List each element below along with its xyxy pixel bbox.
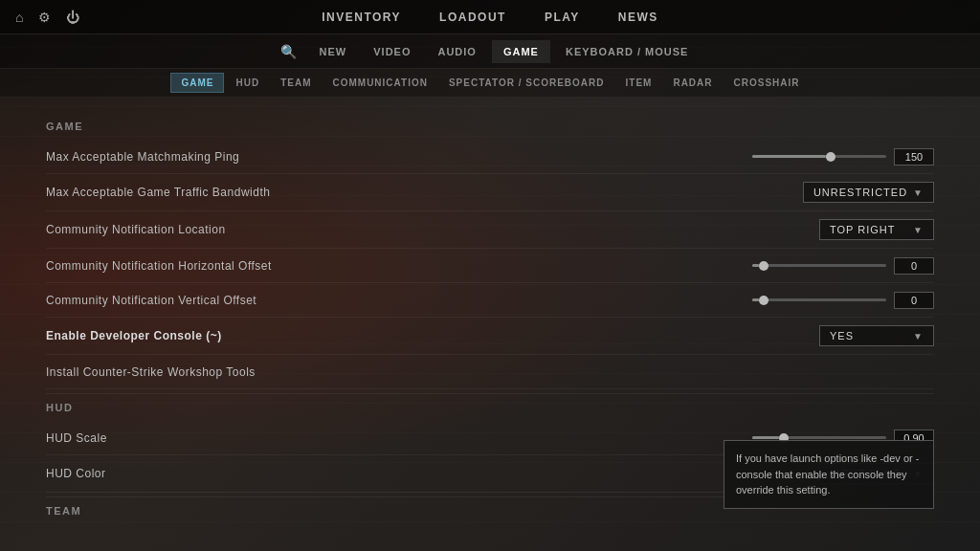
tooltip-text: If you have launch options like -dev or … [736,452,919,496]
dropdown-notification-location-arrow: ▼ [913,225,924,235]
row-developer-console: Enable Developer Console (~) YES ▼ [46,318,934,355]
label-matchmaking-ping: Max Acceptable Matchmaking Ping [46,150,239,164]
dropdown-bandwidth[interactable]: UNRESTRICTED ▼ [803,182,934,203]
control-notification-location: TOP RIGHT ▼ [819,219,934,240]
section-divider-1 [46,393,934,394]
slider-track-ping[interactable] [752,155,886,158]
label-notification-v-offset: Community Notification Vertical Offset [46,294,256,307]
section-game-header: Game [46,121,934,132]
row-bandwidth: Max Acceptable Game Traffic Bandwidth UN… [46,174,934,211]
dropdown-developer-console-arrow: ▼ [913,331,924,342]
label-hud-scale: HUD Scale [46,431,107,445]
dropdown-notification-location[interactable]: TOP RIGHT ▼ [819,219,934,240]
label-developer-console: Enable Developer Console (~) [46,329,222,342]
row-notification-location: Community Notification Location TOP RIGH… [46,211,934,249]
top-nav-left-icons: ⌂ ⚙ ⏻ [15,10,79,25]
row-notification-v-offset: Community Notification Vertical Offset 0 [46,283,934,318]
label-notification-location: Community Notification Location [46,223,226,236]
row-workshop-tools: Install Counter-Strike Workshop Tools [46,355,934,389]
label-workshop-tools: Install Counter-Strike Workshop Tools [46,365,256,379]
subtab-hud[interactable]: HUD [226,74,269,92]
nav-news[interactable]: NEWS [618,7,658,28]
label-bandwidth: Max Acceptable Game Traffic Bandwidth [46,186,270,199]
label-hud-color: HUD Color [46,467,106,480]
control-notification-h-offset: 0 [752,257,934,275]
nav-loadout[interactable]: LOADOUT [439,7,506,28]
subtab-radar[interactable]: RADAR [663,74,722,92]
dropdown-bandwidth-arrow: ▼ [913,187,924,198]
control-bandwidth: UNRESTRICTED ▼ [803,182,934,203]
slider-fill-v-offset [752,298,759,301]
settings-nav: 🔍 NEW VIDEO AUDIO GAME KEYBOARD / MOUSE [0,34,980,69]
dropdown-bandwidth-value: UNRESTRICTED [813,187,907,198]
row-notification-h-offset: Community Notification Horizontal Offset… [46,249,934,283]
subtab-game[interactable]: GAME [170,73,224,93]
settings-tab-video[interactable]: VIDEO [362,40,422,63]
search-icon[interactable]: 🔍 [280,44,297,59]
slider-thumb-ping[interactable] [826,152,835,162]
slider-track-h-offset[interactable] [752,264,886,267]
control-developer-console: YES ▼ [819,325,934,346]
dropdown-notification-location-value: TOP RIGHT [830,224,896,235]
game-subtabs: GAME HUD TEAM COMMUNICATION SPECTATOR / … [0,69,980,98]
home-icon[interactable]: ⌂ [15,10,23,25]
slider-fill-h-offset [752,264,759,267]
settings-content: Game Max Acceptable Matchmaking Ping 150… [0,98,980,551]
settings-tab-new[interactable]: NEW [308,40,359,63]
dropdown-developer-console-value: YES [830,330,854,342]
settings-tab-game[interactable]: GAME [492,40,550,63]
dropdown-developer-console[interactable]: YES ▼ [819,325,934,346]
tooltip-developer-console: If you have launch options like -dev or … [724,440,934,509]
subtab-communication[interactable]: COMMUNICATION [323,74,436,92]
section-hud-header: Hud [46,402,934,413]
slider-fill-ping [752,155,826,158]
label-notification-h-offset: Community Notification Horizontal Offset [46,259,272,273]
top-nav-bar: ⌂ ⚙ ⏻ INVENTORY LOADOUT PLAY NEWS [0,0,980,34]
top-nav-center: INVENTORY LOADOUT PLAY NEWS [322,7,658,28]
slider-value-h-offset: 0 [894,257,934,275]
settings-icon[interactable]: ⚙ [38,10,51,25]
row-matchmaking-ping: Max Acceptable Matchmaking Ping 150 [46,140,934,174]
slider-thumb-v-offset[interactable] [759,296,768,305]
control-notification-v-offset: 0 [752,292,934,309]
power-icon[interactable]: ⏻ [66,10,79,25]
subtab-item[interactable]: ITEM [616,74,662,92]
slider-track-hud-scale[interactable] [752,436,886,439]
slider-fill-hud-scale [752,436,779,439]
settings-tab-keyboard[interactable]: KEYBOARD / MOUSE [554,40,700,63]
settings-tab-audio[interactable]: AUDIO [426,40,487,63]
slider-value-v-offset: 0 [894,292,934,309]
nav-play[interactable]: PLAY [545,7,580,28]
slider-track-v-offset[interactable] [752,298,886,301]
control-matchmaking-ping: 150 [752,148,934,165]
slider-thumb-h-offset[interactable] [759,261,768,271]
nav-inventory[interactable]: INVENTORY [322,7,401,28]
slider-value-ping: 150 [894,148,934,165]
subtab-spectator[interactable]: SPECTATOR / SCOREBOARD [439,74,614,92]
subtab-crosshair[interactable]: CROSSHAIR [724,74,810,92]
subtab-team[interactable]: TEAM [271,74,321,92]
